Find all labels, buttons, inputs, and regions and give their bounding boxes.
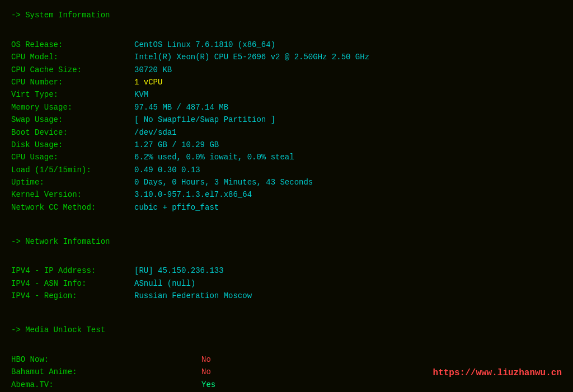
row-label: Load (1/5/15min):: [11, 164, 134, 176]
row-label: IPV4 - ASN Info:: [11, 277, 134, 290]
row-value: KVM: [134, 88, 148, 101]
row-value: 3.10.0-957.1.3.el7.x86_64: [134, 188, 252, 201]
row-value: ASnull (null): [134, 277, 195, 290]
row-label: Network CC Method:: [11, 201, 134, 214]
row-value: 1 vCPU: [134, 76, 162, 88]
row-label: Abema.TV:: [11, 379, 201, 391]
row-value: 0.49 0.30 0.13: [134, 164, 200, 176]
row-value: Yes: [201, 379, 215, 391]
row-value: Intel(R) Xeon(R) CPU E5-2696 v2 @ 2.50GH…: [134, 51, 369, 63]
table-row: HBO Now:No: [11, 353, 562, 366]
system-info-block: -> System Information OS Release:CentOS …: [11, 9, 562, 214]
watermark: https://www.liuzhanwu.cn: [433, 366, 562, 381]
table-row: Load (1/5/15min):0.49 0.30 0.13: [11, 164, 562, 176]
table-row: IPV4 - Region:Russian Federation Moscow: [11, 290, 562, 302]
table-row: Uptime:0 Days, 0 Hours, 3 Minutes, 43 Se…: [11, 176, 562, 188]
row-value: 1.27 GB / 10.29 GB: [134, 139, 219, 151]
row-label: HBO Now:: [11, 353, 201, 366]
table-row: Virt Type:KVM: [11, 88, 562, 101]
table-row: Disk Usage:1.27 GB / 10.29 GB: [11, 139, 562, 151]
row-label: OS Release:: [11, 39, 134, 51]
row-value: 0 Days, 0 Hours, 3 Minutes, 43 Seconds: [134, 176, 313, 188]
row-label: CPU Cache Size:: [11, 64, 134, 76]
network-info-block: -> Network Infomation IPV4 - IP Address:…: [11, 235, 562, 303]
row-value: cubic + pfifo_fast: [134, 201, 219, 214]
table-row: Boot Device:/dev/sda1: [11, 126, 562, 139]
row-value: 6.2% used, 0.0% iowait, 0.0% steal: [134, 151, 294, 163]
system-rows: OS Release:CentOS Linux 7.6.1810 (x86_64…: [11, 39, 562, 214]
media-info-block: -> Media Unlock Test HBO Now:NoBahamut A…: [11, 324, 562, 392]
network-section-header: -> Network Infomation: [11, 235, 562, 248]
table-row: IPV4 - IP Address:[RU] 45.150.236.133: [11, 265, 562, 277]
row-label: Memory Usage:: [11, 101, 134, 114]
row-label: Disk Usage:: [11, 139, 134, 151]
row-value: 30720 KB: [134, 64, 172, 76]
table-row: Kernel Version:3.10.0-957.1.3.el7.x86_64: [11, 188, 562, 201]
row-value: CentOS Linux 7.6.1810 (x86_64): [134, 39, 275, 51]
table-row: CPU Number:1 vCPU: [11, 76, 562, 88]
row-label: CPU Model:: [11, 51, 134, 63]
table-row: IPV4 - ASN Info:ASnull (null): [11, 277, 562, 290]
row-label: Boot Device:: [11, 126, 134, 139]
table-row: CPU Model:Intel(R) Xeon(R) CPU E5-2696 v…: [11, 51, 562, 63]
row-label: Bahamut Anime:: [11, 366, 201, 378]
table-row: Network CC Method:cubic + pfifo_fast: [11, 201, 562, 214]
row-label: IPV4 - IP Address:: [11, 265, 134, 277]
table-row: CPU Cache Size:30720 KB: [11, 64, 562, 76]
row-value: 97.45 MB / 487.14 MB: [134, 101, 228, 114]
row-value: /dev/sda1: [134, 126, 177, 139]
row-value: [RU] 45.150.236.133: [134, 265, 224, 277]
table-row: CPU Usage:6.2% used, 0.0% iowait, 0.0% s…: [11, 151, 562, 163]
row-label: CPU Usage:: [11, 151, 134, 163]
row-label: IPV4 - Region:: [11, 290, 134, 302]
row-label: Kernel Version:: [11, 188, 134, 201]
row-value: Russian Federation Moscow: [134, 290, 252, 302]
row-label: Swap Usage:: [11, 114, 134, 126]
row-value: No: [201, 366, 211, 378]
row-label: CPU Number:: [11, 76, 134, 88]
media-section-header: -> Media Unlock Test: [11, 324, 562, 336]
network-rows: IPV4 - IP Address:[RU] 45.150.236.133IPV…: [11, 265, 562, 302]
system-section-header: -> System Information: [11, 9, 562, 21]
row-label: Uptime:: [11, 176, 134, 188]
row-value: No: [201, 353, 211, 366]
table-row: OS Release:CentOS Linux 7.6.1810 (x86_64…: [11, 39, 562, 51]
table-row: Memory Usage:97.45 MB / 487.14 MB: [11, 101, 562, 114]
table-row: Swap Usage:[ No Swapfile/Swap Partition …: [11, 114, 562, 126]
row-value: [ No Swapfile/Swap Partition ]: [134, 114, 275, 126]
row-label: Virt Type:: [11, 88, 134, 101]
